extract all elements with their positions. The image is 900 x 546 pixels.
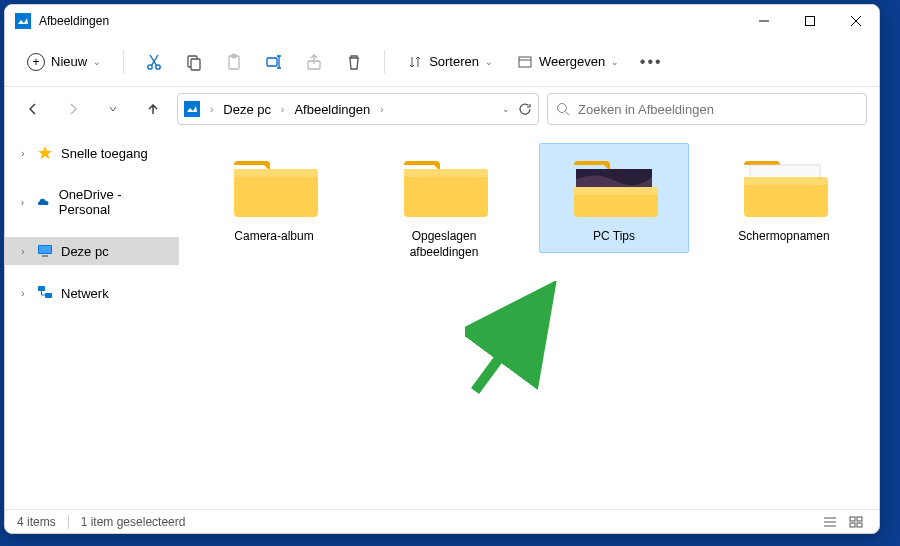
- folder-label: Opgeslagen afbeeldingen: [377, 229, 511, 260]
- star-icon: [37, 145, 53, 161]
- close-button[interactable]: [833, 5, 879, 37]
- chevron-down-icon[interactable]: ⌄: [502, 104, 510, 114]
- window-title: Afbeeldingen: [39, 14, 741, 28]
- icons-view-button[interactable]: [845, 513, 867, 531]
- folder-label: Schermopnamen: [738, 229, 829, 245]
- share-button[interactable]: [296, 44, 332, 80]
- new-button[interactable]: + Nieuw ⌄: [17, 47, 111, 77]
- navigation-row: › Deze pc › Afbeeldingen › ⌄: [5, 87, 879, 131]
- svg-line-22: [566, 112, 570, 116]
- view-toggle: [819, 513, 867, 531]
- cloud-icon: [36, 194, 51, 210]
- chevron-right-icon: ›: [17, 197, 28, 208]
- svg-rect-36: [850, 523, 855, 527]
- status-selection: 1 item geselecteerd: [81, 515, 186, 529]
- folder-icon: [566, 151, 662, 223]
- file-explorer-window: Afbeeldingen + Nieuw ⌄ Sorteren ⌄ Weerge…: [4, 4, 880, 534]
- svg-line-30: [475, 296, 545, 391]
- toolbar: + Nieuw ⌄ Sorteren ⌄ Weergeven ⌄ •••: [5, 37, 879, 87]
- svg-rect-24: [39, 246, 51, 253]
- sidebar-item-label: Snelle toegang: [61, 146, 148, 161]
- navigation-sidebar: › Snelle toegang › OneDrive - Personal ›…: [5, 131, 179, 509]
- svg-rect-27: [45, 293, 52, 298]
- svg-rect-10: [191, 59, 200, 70]
- address-bar[interactable]: › Deze pc › Afbeeldingen › ⌄: [177, 93, 539, 125]
- chevron-right-icon: ›: [17, 148, 29, 159]
- breadcrumb-root[interactable]: Deze pc: [219, 100, 275, 119]
- svg-rect-35: [857, 517, 862, 521]
- breadcrumb-separator: ›: [378, 104, 385, 115]
- svg-rect-26: [38, 286, 45, 291]
- sidebar-item-label: Netwerk: [61, 286, 109, 301]
- folder-icon: [226, 151, 322, 223]
- view-label: Weergeven: [539, 54, 605, 69]
- folder-item-selected[interactable]: PC Tips: [539, 143, 689, 253]
- breadcrumb-separator: ›: [208, 104, 215, 115]
- svg-rect-18: [519, 57, 531, 67]
- divider: [384, 50, 385, 74]
- folder-item[interactable]: Camera-album: [199, 143, 349, 253]
- sort-button[interactable]: Sorteren ⌄: [397, 48, 503, 76]
- breadcrumb-current[interactable]: Afbeeldingen: [290, 100, 374, 119]
- recent-button[interactable]: [97, 93, 129, 125]
- svg-rect-37: [857, 523, 862, 527]
- folder-label: Camera-album: [234, 229, 313, 245]
- svg-line-8: [150, 55, 157, 66]
- app-icon: [15, 13, 31, 29]
- explorer-body: › Snelle toegang › OneDrive - Personal ›…: [5, 131, 879, 509]
- sidebar-item-network[interactable]: › Netwerk: [5, 279, 179, 307]
- minimize-button[interactable]: [741, 5, 787, 37]
- back-button[interactable]: [17, 93, 49, 125]
- search-icon: [556, 102, 570, 116]
- plus-icon: +: [27, 53, 45, 71]
- sidebar-item-quick-access[interactable]: › Snelle toegang: [5, 139, 179, 167]
- sidebar-item-this-pc[interactable]: › Deze pc: [5, 237, 179, 265]
- rename-button[interactable]: [256, 44, 292, 80]
- svg-rect-13: [267, 58, 277, 66]
- svg-rect-34: [850, 517, 855, 521]
- forward-button[interactable]: [57, 93, 89, 125]
- details-view-button[interactable]: [819, 513, 841, 531]
- svg-rect-25: [42, 255, 48, 257]
- search-box[interactable]: [547, 93, 867, 125]
- pictures-icon: [184, 101, 200, 117]
- chevron-down-icon: ⌄: [93, 57, 101, 67]
- folder-content[interactable]: Camera-album Opgeslagen afbeeldingen: [179, 131, 879, 509]
- breadcrumb-separator: ›: [279, 104, 286, 115]
- title-bar: Afbeeldingen: [5, 5, 879, 37]
- copy-button[interactable]: [176, 44, 212, 80]
- sort-icon: [407, 54, 423, 70]
- divider: [68, 515, 69, 529]
- chevron-right-icon: ›: [17, 246, 29, 257]
- maximize-button[interactable]: [787, 5, 833, 37]
- view-icon: [517, 54, 533, 70]
- divider: [123, 50, 124, 74]
- chevron-down-icon: ⌄: [611, 57, 619, 67]
- folder-icon: [736, 151, 832, 223]
- delete-button[interactable]: [336, 44, 372, 80]
- sidebar-item-label: Deze pc: [61, 244, 109, 259]
- arrow-annotation: [465, 281, 565, 401]
- folder-item[interactable]: Schermopnamen: [709, 143, 859, 253]
- sidebar-item-label: OneDrive - Personal: [59, 187, 167, 217]
- folder-item[interactable]: Opgeslagen afbeeldingen: [369, 143, 519, 268]
- search-input[interactable]: [578, 102, 858, 117]
- up-button[interactable]: [137, 93, 169, 125]
- chevron-right-icon: ›: [17, 288, 29, 299]
- new-label: Nieuw: [51, 54, 87, 69]
- cut-button[interactable]: [136, 44, 172, 80]
- network-icon: [37, 285, 53, 301]
- svg-rect-0: [15, 13, 31, 29]
- view-button[interactable]: Weergeven ⌄: [507, 48, 629, 76]
- folder-icon: [396, 151, 492, 223]
- more-button[interactable]: •••: [633, 44, 669, 80]
- monitor-icon: [37, 243, 53, 259]
- chevron-down-icon: ⌄: [485, 57, 493, 67]
- svg-line-7: [152, 55, 159, 66]
- svg-rect-2: [806, 17, 815, 26]
- sidebar-item-onedrive[interactable]: › OneDrive - Personal: [5, 181, 179, 223]
- folder-label: PC Tips: [593, 229, 635, 245]
- refresh-button[interactable]: [518, 102, 532, 116]
- paste-button[interactable]: [216, 44, 252, 80]
- svg-rect-20: [184, 101, 200, 117]
